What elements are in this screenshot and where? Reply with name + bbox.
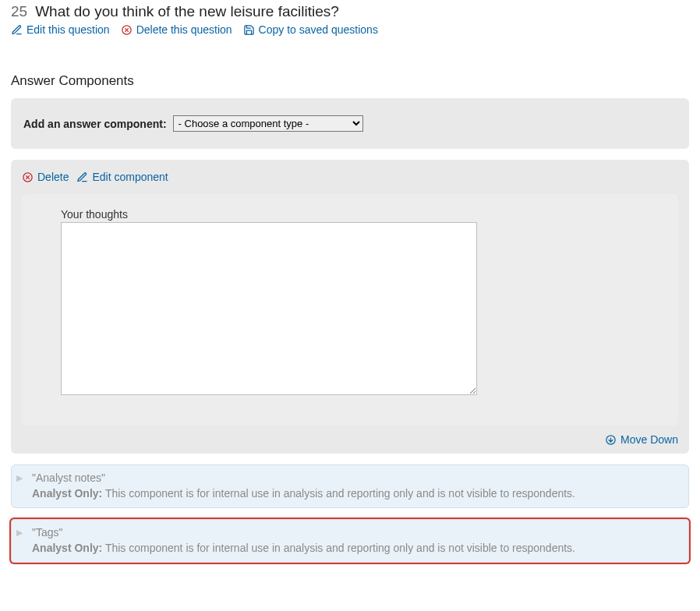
move-row: Move Down	[22, 433, 678, 446]
edit-component-link[interactable]: Edit component	[76, 171, 168, 183]
question-header: 25 What do you think of the new leisure …	[11, 0, 689, 20]
add-component-panel: Add an answer component: - Choose a comp…	[11, 98, 689, 149]
question-action-row: Edit this question Delete this question …	[11, 23, 689, 36]
component-actions: Delete Edit component	[22, 171, 678, 183]
delete-component-link[interactable]: Delete	[22, 171, 69, 183]
expand-triangle-icon[interactable]: ▶	[16, 473, 23, 483]
edit-question-label: Edit this question	[27, 23, 110, 36]
analyst-card-notes[interactable]: ▶ "Analyst notes" Analyst Only: This com…	[11, 464, 689, 508]
component-card-thoughts: Delete Edit component Your thoughts Move…	[11, 160, 689, 454]
edit-icon	[76, 171, 88, 183]
move-down-link[interactable]: Move Down	[605, 433, 678, 446]
move-down-label: Move Down	[620, 433, 678, 446]
analyst-content: "Analyst notes" Analyst Only: This compo…	[32, 471, 679, 500]
analyst-notes-description: Analyst Only: This component is for inte…	[32, 487, 679, 500]
delete-component-label: Delete	[37, 171, 69, 183]
component-inner-panel: Your thoughts	[22, 194, 678, 426]
question-number: 25	[11, 3, 27, 20]
copy-saved-link[interactable]: Copy to saved questions	[243, 23, 378, 36]
analyst-only-prefix: Analyst Only:	[32, 487, 102, 500]
copy-saved-label: Copy to saved questions	[259, 23, 378, 36]
thoughts-field-label: Your thoughts	[61, 208, 652, 221]
delete-question-label: Delete this question	[136, 23, 232, 36]
save-icon	[243, 24, 255, 36]
edit-component-label: Edit component	[92, 171, 168, 183]
delete-question-link[interactable]: Delete this question	[121, 23, 232, 36]
analyst-tags-text: This component is for internal use in an…	[105, 542, 575, 554]
answer-components-heading: Answer Components	[11, 73, 689, 89]
add-component-label: Add an answer component:	[23, 118, 167, 130]
analyst-tags-title: "Tags"	[32, 526, 679, 539]
analyst-notes-text: This component is for internal use in an…	[105, 487, 575, 500]
analyst-tags-description: Analyst Only: This component is for inte…	[32, 542, 679, 554]
analyst-only-prefix: Analyst Only:	[32, 542, 102, 554]
analyst-notes-title: "Analyst notes"	[32, 471, 679, 484]
thoughts-textarea[interactable]	[61, 222, 477, 395]
arrow-down-circle-icon	[605, 434, 617, 446]
close-circle-icon	[22, 171, 34, 183]
component-type-select[interactable]: - Choose a component type -	[173, 115, 363, 132]
question-title: What do you think of the new leisure fac…	[35, 3, 339, 20]
expand-triangle-icon[interactable]: ▶	[16, 528, 23, 538]
analyst-content: "Tags" Analyst Only: This component is f…	[32, 526, 679, 554]
edit-question-link[interactable]: Edit this question	[11, 23, 110, 36]
analyst-card-tags[interactable]: ▶ "Tags" Analyst Only: This component is…	[11, 519, 689, 563]
edit-icon	[11, 24, 23, 36]
close-circle-icon	[121, 24, 133, 36]
